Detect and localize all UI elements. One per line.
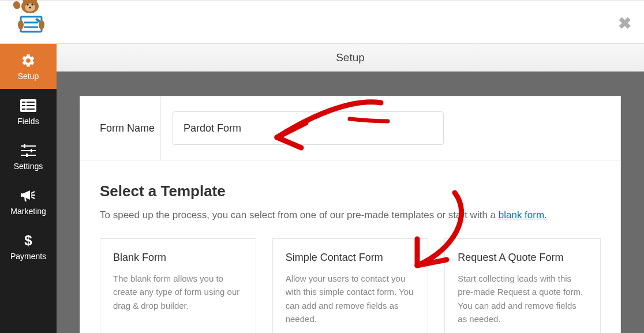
svg-rect-22 xyxy=(21,155,36,156)
svg-point-7 xyxy=(12,0,21,10)
form-name-label: Form Name xyxy=(80,96,161,160)
svg-rect-15 xyxy=(22,105,25,106)
sidebar-item-label: Settings xyxy=(14,162,43,171)
svg-rect-23 xyxy=(24,144,25,148)
template-card-desc: Start collecting leads with this pre-mad… xyxy=(458,272,587,325)
template-grid: Blank Form The blank form allows you to … xyxy=(100,238,601,333)
svg-rect-20 xyxy=(21,145,36,147)
wpforms-logo xyxy=(7,0,53,40)
svg-point-5 xyxy=(31,3,33,5)
form-name-row: Form Name xyxy=(80,96,620,160)
list-icon xyxy=(20,97,36,114)
gear-icon xyxy=(21,52,36,69)
svg-rect-8 xyxy=(21,17,42,32)
close-icon[interactable]: ✖ xyxy=(618,16,631,32)
svg-point-6 xyxy=(29,6,31,8)
svg-rect-26 xyxy=(21,193,23,197)
svg-rect-25 xyxy=(26,154,28,157)
template-card-title: Simple Contact Form xyxy=(286,252,415,264)
sidebar-item-label: Fields xyxy=(17,117,39,126)
sidebar-item-label: Setup xyxy=(18,72,39,81)
template-card-title: Blank Form xyxy=(113,252,243,264)
template-card-desc: Allow your users to contact you with thi… xyxy=(286,272,415,325)
top-header: ✖ xyxy=(0,0,644,44)
svg-rect-14 xyxy=(22,102,25,103)
sliders-icon xyxy=(21,142,36,159)
bullhorn-icon xyxy=(21,187,36,204)
sidebar-item-label: Payments xyxy=(10,252,46,261)
svg-rect-21 xyxy=(21,150,36,151)
svg-text:$: $ xyxy=(24,233,32,248)
sidebar-item-fields[interactable]: Fields xyxy=(0,89,57,134)
template-card-simple-contact[interactable]: Simple Contact Form Allow your users to … xyxy=(272,238,429,333)
main-area: Setup Form Name Select a Template To spe… xyxy=(57,44,644,333)
template-lead: To speed up the process, you can select … xyxy=(100,209,601,221)
sidebar-item-marketing[interactable]: Marketing xyxy=(0,179,57,224)
sidebar-item-label: Marketing xyxy=(10,207,46,216)
svg-point-11 xyxy=(18,20,24,29)
blank-form-link[interactable]: blank form. xyxy=(499,209,547,220)
svg-rect-18 xyxy=(27,105,35,106)
svg-rect-17 xyxy=(27,102,35,103)
template-card-desc: The blank form allows you to create any … xyxy=(113,272,243,312)
svg-point-4 xyxy=(27,3,28,5)
template-card-title: Request A Quote Form xyxy=(458,252,587,264)
page-title-bar: Setup xyxy=(57,44,644,72)
canvas: Form Name Select a Template To speed up … xyxy=(57,72,644,333)
sidebar: Setup Fields Settings Marketing xyxy=(0,44,57,333)
template-heading: Select a Template xyxy=(100,182,601,200)
page-title: Setup xyxy=(336,51,365,64)
template-card-blank[interactable]: Blank Form The blank form allows you to … xyxy=(100,238,256,333)
template-card-request-quote[interactable]: Request A Quote Form Start collecting le… xyxy=(444,238,601,333)
sidebar-item-setup[interactable]: Setup xyxy=(0,44,57,89)
sidebar-item-payments[interactable]: $ Payments xyxy=(0,224,57,269)
svg-rect-24 xyxy=(31,149,32,152)
template-lead-text: To speed up the process, you can select … xyxy=(100,209,499,220)
svg-rect-16 xyxy=(22,108,25,110)
form-name-input[interactable] xyxy=(173,111,444,145)
sidebar-item-settings[interactable]: Settings xyxy=(0,134,57,179)
setup-panel: Form Name Select a Template To speed up … xyxy=(80,96,621,333)
svg-rect-19 xyxy=(27,108,35,110)
svg-point-12 xyxy=(39,20,44,29)
dollar-icon: $ xyxy=(24,232,33,249)
